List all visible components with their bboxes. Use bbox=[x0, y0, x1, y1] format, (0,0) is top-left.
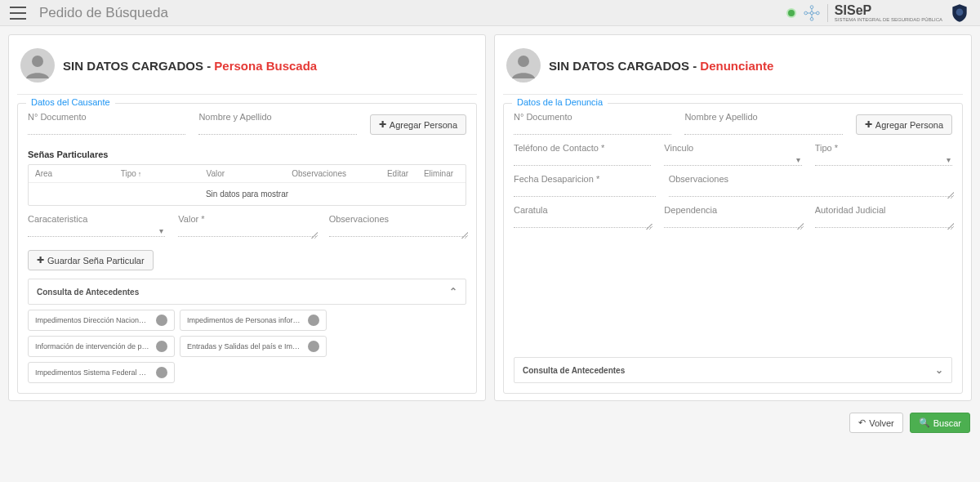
table-empty: Sin datos para mostrar bbox=[29, 182, 466, 205]
plus-icon: ✚ bbox=[865, 119, 872, 130]
avatar-placeholder bbox=[506, 48, 541, 83]
panel-header-left: SIN DATOS CARGADOS - Persona Buscada bbox=[17, 42, 477, 95]
panel-header-right: SIN DATOS CARGADOS - Denunciante bbox=[503, 42, 963, 95]
chips-container: Impedimentos Dirección Nacional de Reinc… bbox=[28, 310, 466, 383]
th-area[interactable]: Area bbox=[35, 169, 121, 178]
search-icon: 🔍 bbox=[919, 417, 930, 428]
undo-icon: ↶ bbox=[858, 417, 866, 428]
buscar-button[interactable]: 🔍 Buscar bbox=[910, 413, 970, 433]
chip-item[interactable]: Impedimentos de Personas informadas por.… bbox=[180, 310, 327, 331]
tipo-select[interactable]: Tipo * bbox=[815, 143, 952, 166]
fieldset-denuncia: Datos de la Denuncia N° Documento Nombre… bbox=[503, 103, 963, 394]
page-title: Pedido de Búsqueda bbox=[39, 5, 786, 21]
status-dot-icon bbox=[156, 341, 167, 352]
topbar: Pedido de Búsqueda SISeP SISTEMA INTEGRA… bbox=[0, 0, 980, 26]
resize-grip-icon[interactable] bbox=[797, 223, 804, 230]
legend-denuncia: Datos de la Denuncia bbox=[512, 97, 608, 107]
caracteristica-select[interactable]: Caracateristica bbox=[28, 214, 165, 237]
name-field[interactable]: Nombre y Apellido bbox=[198, 112, 356, 135]
add-person-button[interactable]: ✚ Agregar Persona bbox=[856, 114, 952, 135]
observaciones-field[interactable]: Observaciones bbox=[329, 214, 466, 237]
svg-point-4 bbox=[810, 11, 813, 15]
dependencia-field[interactable]: Dependencia bbox=[664, 205, 801, 228]
th-valor[interactable]: Valor bbox=[207, 169, 292, 178]
chevron-up-icon: ⌃ bbox=[449, 286, 457, 297]
plus-icon: ✚ bbox=[379, 119, 386, 130]
resize-grip-icon[interactable] bbox=[947, 192, 954, 199]
menu-icon[interactable] bbox=[10, 7, 26, 20]
status-dot-icon bbox=[308, 341, 319, 352]
doc-field[interactable]: N° Documento bbox=[28, 112, 185, 135]
brand: SISeP SISTEMA INTEGRAL DE SEGURIDAD PÚBL… bbox=[835, 4, 942, 22]
chip-item[interactable]: Impedimentos Sistema Federal de Consult.… bbox=[28, 362, 175, 383]
fecha-field[interactable]: Fecha Desaparicion * bbox=[514, 174, 656, 197]
th-eliminar: Eliminar bbox=[418, 169, 459, 178]
svg-point-9 bbox=[956, 8, 964, 16]
svg-point-1 bbox=[804, 11, 808, 15]
avatar-placeholder bbox=[20, 48, 55, 83]
th-tipo[interactable]: Tipo↑ bbox=[121, 169, 207, 178]
resize-grip-icon[interactable] bbox=[646, 223, 653, 230]
svg-point-3 bbox=[810, 17, 813, 20]
save-sena-button[interactable]: ✚ Guardar Seña Particular bbox=[28, 250, 154, 270]
brand-name: SISeP bbox=[835, 4, 942, 17]
table-head: Area Tipo↑ Valor Observaciones Editar El… bbox=[29, 165, 466, 182]
consulta-antecedentes-toggle[interactable]: Consulta de Antecedentes ⌃ bbox=[28, 279, 466, 305]
plus-icon: ✚ bbox=[37, 255, 44, 266]
chevron-down-icon: ⌄ bbox=[935, 364, 943, 376]
panel-denunciante: SIN DATOS CARGADOS - Denunciante Datos d… bbox=[494, 34, 972, 401]
status-indicator bbox=[786, 8, 796, 18]
brand-sub: SISTEMA INTEGRAL DE SEGURIDAD PÚBLICA bbox=[835, 17, 942, 22]
panel-title-left: SIN DATOS CARGADOS - Persona Buscada bbox=[63, 59, 317, 73]
status-dot-icon bbox=[308, 315, 319, 326]
content: SIN DATOS CARGADOS - Persona Buscada Dat… bbox=[0, 26, 980, 409]
panel-title-right: SIN DATOS CARGADOS - Denunciante bbox=[549, 59, 773, 73]
resize-grip-icon[interactable] bbox=[311, 232, 318, 239]
resize-grip-icon[interactable] bbox=[947, 223, 954, 230]
chip-item[interactable]: Impedimentos Dirección Nacional de Reinc… bbox=[28, 310, 175, 331]
consulta-antecedentes-toggle[interactable]: Consulta de Antecedentes ⌄ bbox=[514, 357, 952, 383]
add-person-button[interactable]: ✚ Agregar Persona bbox=[370, 114, 466, 135]
svg-point-0 bbox=[810, 5, 813, 8]
senas-table: Area Tipo↑ Valor Observaciones Editar El… bbox=[28, 164, 466, 206]
doc-field[interactable]: N° Documento bbox=[514, 112, 671, 135]
observaciones-field[interactable]: Observaciones bbox=[669, 174, 952, 197]
telefono-field[interactable]: Teléfono de Contacto * bbox=[514, 143, 651, 166]
th-obs[interactable]: Observaciones bbox=[292, 169, 377, 178]
svg-point-11 bbox=[32, 56, 43, 67]
topbar-right: SISeP SISTEMA INTEGRAL DE SEGURIDAD PÚBL… bbox=[786, 2, 970, 24]
resize-grip-icon[interactable] bbox=[461, 232, 468, 239]
footer: ↶ Volver 🔍 Buscar bbox=[0, 409, 980, 443]
network-icon bbox=[803, 4, 821, 22]
senas-label: Señas Particulares bbox=[28, 150, 466, 159]
caratula-field[interactable]: Caratula bbox=[514, 205, 651, 228]
valor-field[interactable]: Valor * bbox=[178, 214, 315, 237]
status-dot-icon bbox=[156, 367, 167, 378]
svg-point-2 bbox=[816, 11, 819, 15]
chip-item[interactable]: Información de intervención de personas … bbox=[28, 336, 175, 357]
th-editar: Editar bbox=[377, 169, 418, 178]
name-field[interactable]: Nombre y Apellido bbox=[684, 112, 842, 135]
svg-point-13 bbox=[518, 56, 529, 67]
panel-persona-buscada: SIN DATOS CARGADOS - Persona Buscada Dat… bbox=[8, 34, 486, 401]
chip-item[interactable]: Entradas y Salidas del país e Impediment… bbox=[180, 336, 327, 357]
volver-button[interactable]: ↶ Volver bbox=[849, 413, 903, 433]
shield-icon bbox=[949, 2, 970, 24]
fieldset-causante: Datos del Causante N° Documento Nombre y… bbox=[17, 103, 477, 394]
vinculo-select[interactable]: Vinculo bbox=[664, 143, 801, 166]
status-dot-icon bbox=[156, 315, 167, 326]
legend-causante: Datos del Causante bbox=[26, 97, 115, 107]
autoridad-field[interactable]: Autoridad Judicial bbox=[815, 205, 952, 228]
sort-asc-icon: ↑ bbox=[138, 170, 142, 178]
